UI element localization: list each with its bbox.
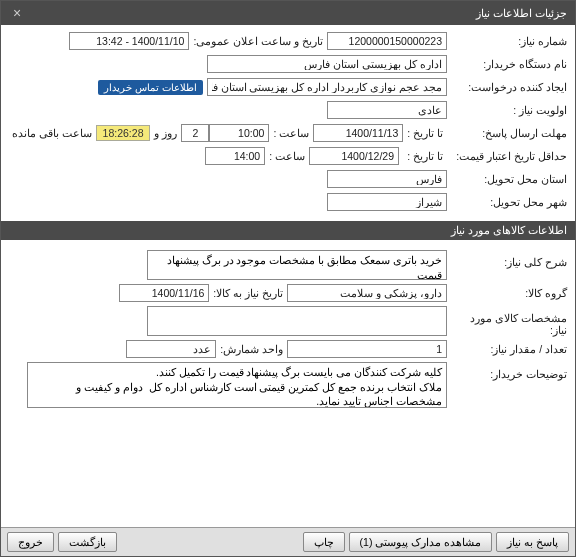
group-label: گروه کالا: [447,287,567,299]
need-date-field[interactable] [119,284,209,302]
goods-section-header: اطلاعات کالاهای مورد نیاز [1,221,575,240]
announce-field[interactable] [69,32,189,50]
desc-field[interactable] [147,250,447,280]
window-title: جزئیات اطلاعات نیاز [476,7,567,20]
bottom-bar: پاسخ به نیاز مشاهده مدارک پیوستی (1) چاپ… [1,527,575,556]
titlebar: جزئیات اطلاعات نیاز × [1,1,575,25]
valid-label: حداقل تاریخ اعتبار قیمت: [447,150,567,162]
deadline-time-field[interactable] [209,124,269,142]
qty-field[interactable] [287,340,447,358]
priority-field[interactable] [327,101,447,119]
creator-field[interactable] [207,78,447,96]
announce-label: تاریخ و ساعت اعلان عمومی: [189,35,327,47]
window: جزئیات اطلاعات نیاز × شماره نیاز: تاریخ … [0,0,576,557]
valid-date-field[interactable] [309,147,399,165]
need-date-label: تاریخ نیاز به کالا: [209,287,287,299]
req-no-label: شماره نیاز: [447,35,567,47]
unit-label: واحد شمارش: [216,343,287,355]
deadline-date-field[interactable] [313,124,403,142]
city-label: شهر محل تحویل: [447,196,567,208]
contact-buyer-button[interactable]: اطلاعات تماس خریدار [98,80,203,95]
req-no-field[interactable] [327,32,447,50]
priority-label: اولویت نیاز : [447,104,567,116]
province-label: استان محل تحویل: [447,173,567,185]
to-date-label-2: تا تاریخ : [399,150,447,162]
buyer-field[interactable] [207,55,447,73]
valid-time-field[interactable] [205,147,265,165]
deadline-label: مهلت ارسال پاسخ: [447,127,567,139]
print-button[interactable]: چاپ [303,532,345,552]
province-field[interactable] [327,170,447,188]
exit-button[interactable]: خروج [7,532,54,552]
creator-label: ایجاد کننده درخواست: [447,81,567,93]
spec-label: مشخصات کالای مورد نیاز: [447,306,567,336]
city-field[interactable] [327,193,447,211]
respond-button[interactable]: پاسخ به نیاز [496,532,569,552]
form-area: شماره نیاز: تاریخ و ساعت اعلان عمومی: نا… [1,25,575,217]
desc-label: شرح کلی نیاز: [447,250,567,268]
view-attachments-button[interactable]: مشاهده مدارک پیوستی (1) [349,532,493,552]
to-date-label: تا تاریخ : [403,127,447,139]
unit-field[interactable] [126,340,216,358]
days-label: روز و [150,127,181,139]
goods-area: شرح کلی نیاز: گروه کالا: تاریخ نیاز به ک… [1,244,575,413]
buyer-label: نام دستگاه خریدار: [447,58,567,70]
spec-field[interactable] [147,306,447,336]
qty-label: تعداد / مقدار نیاز: [447,343,567,355]
notes-label: توضیحات خریدار: [447,362,567,380]
back-button[interactable]: بازگشت [58,532,117,552]
time-label-1: ساعت : [269,127,313,139]
remain-label: ساعت باقی مانده [8,127,96,139]
group-field[interactable] [287,284,447,302]
notes-field[interactable] [27,362,447,408]
close-icon[interactable]: × [9,5,25,21]
countdown-badge: 18:26:28 [96,125,151,141]
days-remaining-field [181,124,209,142]
time-label-2: ساعت : [265,150,309,162]
